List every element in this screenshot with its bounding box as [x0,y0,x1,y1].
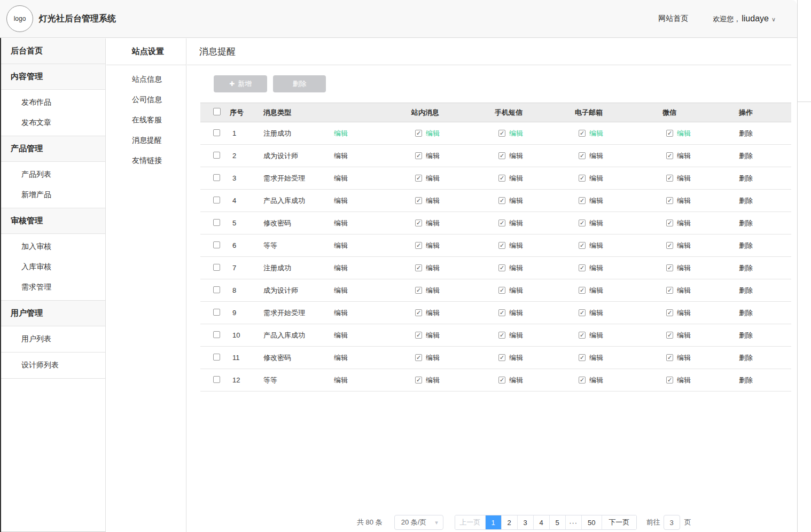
edit-wechat-link[interactable]: 编辑 [677,353,691,363]
email-checkbox[interactable] [579,264,586,271]
site-checkbox[interactable] [415,287,422,294]
row-select-checkbox[interactable] [213,152,220,159]
page-button[interactable]: 3 [518,515,534,529]
sms-checkbox[interactable] [498,332,505,339]
email-checkbox[interactable] [579,130,586,137]
delete-row-link[interactable]: 删除 [739,219,753,227]
edit-type-link[interactable]: 编辑 [334,219,348,227]
email-checkbox[interactable] [579,242,586,249]
user-menu[interactable]: 欢迎您， liudaye ∨ [713,14,776,24]
site-checkbox[interactable] [415,130,422,137]
page-button[interactable]: 1 [486,515,502,529]
sidebar-section[interactable]: 用户管理 [0,301,105,326]
sms-checkbox[interactable] [498,264,505,271]
edit-type-link[interactable]: 编辑 [334,286,348,294]
delete-row-link[interactable]: 删除 [739,331,753,339]
edit-site-link[interactable]: 编辑 [426,151,440,161]
sidebar-section[interactable]: 产品管理 [0,136,105,162]
row-select-checkbox[interactable] [213,376,220,383]
edit-email-link[interactable]: 编辑 [589,218,603,228]
edit-email-link[interactable]: 编辑 [589,286,603,295]
page-button[interactable]: 4 [534,515,550,529]
sms-checkbox[interactable] [498,377,505,384]
edit-site-link[interactable]: 编辑 [426,129,440,138]
sidebar-item[interactable]: 设计师列表 [0,355,105,375]
sidebar-item[interactable]: 加入审核 [0,237,105,257]
edit-wechat-link[interactable]: 编辑 [677,286,691,295]
edit-wechat-link[interactable]: 编辑 [677,218,691,228]
edit-type-link[interactable]: 编辑 [334,197,348,205]
edit-type-link[interactable]: 编辑 [334,174,348,182]
edit-sms-link[interactable]: 编辑 [509,218,523,228]
edit-sms-link[interactable]: 编辑 [509,174,523,183]
edit-email-link[interactable]: 编辑 [589,174,603,183]
sidebar-section[interactable]: 内容管理 [0,64,105,90]
edit-site-link[interactable]: 编辑 [426,308,440,318]
delete-row-link[interactable]: 删除 [739,286,753,294]
wechat-checkbox[interactable] [666,242,673,249]
edit-sms-link[interactable]: 编辑 [509,375,523,385]
secondary-sidebar-item[interactable]: 消息提醒 [106,130,186,151]
site-checkbox[interactable] [415,220,422,226]
edit-wechat-link[interactable]: 编辑 [677,263,691,273]
edit-sms-link[interactable]: 编辑 [509,241,523,251]
edit-site-link[interactable]: 编辑 [426,174,440,183]
edit-site-link[interactable]: 编辑 [426,375,440,385]
delete-button[interactable]: 删除 [273,75,326,92]
site-checkbox[interactable] [415,309,422,316]
wechat-checkbox[interactable] [666,287,673,294]
wechat-checkbox[interactable] [666,309,673,316]
row-select-checkbox[interactable] [213,354,220,361]
email-checkbox[interactable] [579,309,586,316]
sms-checkbox[interactable] [498,354,505,361]
row-select-checkbox[interactable] [213,174,220,181]
wechat-checkbox[interactable] [666,264,673,271]
secondary-sidebar-item[interactable]: 友情链接 [106,151,186,171]
wechat-checkbox[interactable] [666,220,673,226]
edit-email-link[interactable]: 编辑 [589,353,603,363]
site-home-link[interactable]: 网站首页 [658,14,688,24]
edit-sms-link[interactable]: 编辑 [509,286,523,295]
edit-sms-link[interactable]: 编辑 [509,151,523,161]
edit-email-link[interactable]: 编辑 [589,151,603,161]
edit-wechat-link[interactable]: 编辑 [677,129,691,138]
secondary-sidebar-item[interactable]: 在线客服 [106,110,186,130]
edit-type-link[interactable]: 编辑 [334,376,348,384]
sms-checkbox[interactable] [498,152,505,159]
edit-sms-link[interactable]: 编辑 [509,353,523,363]
wechat-checkbox[interactable] [666,175,673,182]
edit-site-link[interactable]: 编辑 [426,286,440,295]
edit-wechat-link[interactable]: 编辑 [677,241,691,251]
site-checkbox[interactable] [415,175,422,182]
edit-wechat-link[interactable]: 编辑 [677,174,691,183]
edit-email-link[interactable]: 编辑 [589,375,603,385]
sms-checkbox[interactable] [498,175,505,182]
sidebar-item[interactable]: 需求管理 [0,277,105,298]
edit-type-link[interactable]: 编辑 [334,309,348,317]
secondary-sidebar-item[interactable]: 公司信息 [106,90,186,110]
wechat-checkbox[interactable] [666,332,673,339]
sidebar-item[interactable]: 发布文章 [0,113,105,133]
site-checkbox[interactable] [415,354,422,361]
edit-type-link[interactable]: 编辑 [334,354,348,362]
email-checkbox[interactable] [579,175,586,182]
sidebar-item[interactable]: 入库审核 [0,257,105,277]
edit-type-link[interactable]: 编辑 [334,264,348,272]
wechat-checkbox[interactable] [666,152,673,159]
site-checkbox[interactable] [415,377,422,384]
page-button[interactable]: 5 [550,515,566,529]
edit-site-link[interactable]: 编辑 [426,196,440,206]
edit-email-link[interactable]: 编辑 [589,241,603,251]
page-size-select[interactable]: 20 条/页 ▾ [394,515,443,530]
email-checkbox[interactable] [579,377,586,384]
edit-sms-link[interactable]: 编辑 [509,308,523,318]
sms-checkbox[interactable] [498,287,505,294]
page-ellipsis[interactable]: ··· [566,515,582,529]
site-checkbox[interactable] [415,242,422,249]
email-checkbox[interactable] [579,197,586,204]
sidebar-item[interactable]: 产品列表 [0,165,105,185]
select-all-checkbox[interactable] [213,108,221,115]
sms-checkbox[interactable] [498,309,505,316]
sidebar-item[interactable]: 用户列表 [0,329,105,349]
next-page-button[interactable]: 下一页 [602,515,636,529]
